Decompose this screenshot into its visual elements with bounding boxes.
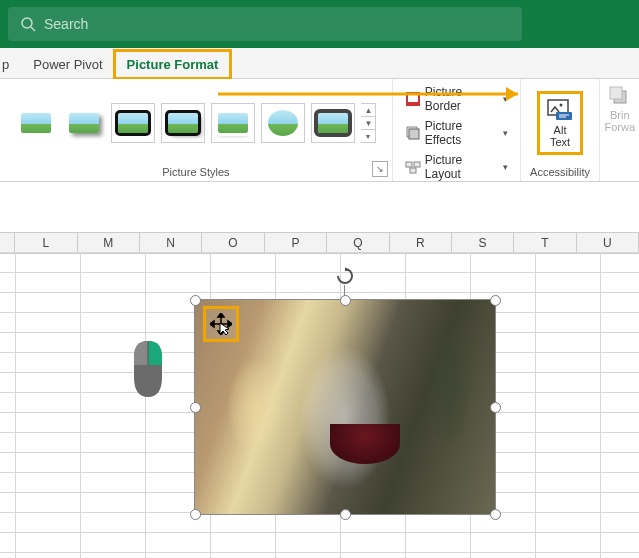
col-header-R[interactable]: R: [390, 233, 452, 253]
col-header-L[interactable]: L: [15, 233, 77, 253]
worksheet-area[interactable]: L M N O P Q R S T U: [0, 182, 639, 558]
bring-forward-label-1: Brin: [610, 109, 630, 121]
alt-text-icon: [546, 98, 574, 122]
picture-style-3[interactable]: [111, 103, 155, 143]
ribbon-tabs: p Power Pivot Picture Format: [0, 48, 639, 79]
svg-rect-5: [409, 129, 419, 139]
move-cursor-icon: [210, 313, 232, 335]
selection-handle-w[interactable]: [190, 402, 201, 413]
picture-border-button[interactable]: Picture Border▾: [401, 83, 512, 115]
col-header-Q[interactable]: Q: [327, 233, 389, 253]
tab-picture-format[interactable]: Picture Format: [115, 51, 231, 78]
bring-forward-icon: [608, 85, 632, 107]
col-header-N[interactable]: N: [140, 233, 202, 253]
col-header-O[interactable]: O: [202, 233, 264, 253]
col-header-M[interactable]: M: [78, 233, 140, 253]
chevron-down-icon: ▾: [503, 94, 508, 104]
styles-gallery-expand[interactable]: ▲▼▾: [361, 103, 376, 143]
col-header-T[interactable]: T: [514, 233, 576, 253]
tab-help-partial[interactable]: p: [0, 51, 21, 78]
picture-styles-label: Picture Styles: [162, 163, 229, 181]
svg-line-1: [31, 27, 35, 31]
title-bar: Search: [0, 0, 639, 48]
column-headers: L M N O P Q R S T U: [0, 232, 639, 254]
picture-effects-label: Picture Effects: [425, 119, 497, 147]
mouse-right-click-icon: [126, 337, 170, 401]
picture-effects-icon: [405, 125, 421, 141]
alt-text-label-1: Alt: [554, 124, 567, 136]
bring-forward-button[interactable]: BrinForwa: [600, 79, 639, 181]
tab-power-pivot[interactable]: Power Pivot: [21, 51, 114, 78]
selection-handle-nw[interactable]: [190, 295, 201, 306]
svg-marker-21: [218, 313, 224, 317]
picture-options-group: Picture Border▾ Picture Effects▾ Picture…: [393, 79, 521, 181]
svg-rect-11: [556, 112, 572, 120]
col-header-P[interactable]: P: [265, 233, 327, 253]
bring-forward-label-2: Forwa: [604, 121, 635, 133]
picture-style-2[interactable]: [63, 104, 105, 142]
picture-styles-dialog-launcher[interactable]: ↘: [372, 161, 388, 177]
move-cursor-highlight: [203, 306, 239, 342]
picture-border-icon: [405, 91, 421, 107]
svg-point-0: [22, 18, 32, 28]
picture-layout-icon: [405, 159, 421, 175]
svg-rect-15: [610, 87, 622, 99]
picture-style-7[interactable]: [311, 103, 355, 143]
col-header-U[interactable]: U: [577, 233, 639, 253]
picture-border-label: Picture Border: [425, 85, 497, 113]
chevron-down-icon: ▾: [503, 128, 508, 138]
selection-handle-e[interactable]: [490, 402, 501, 413]
inserted-picture[interactable]: [195, 300, 495, 514]
alt-text-label-2: Text: [550, 136, 570, 148]
selection-handle-n[interactable]: [340, 295, 351, 306]
svg-rect-6: [406, 162, 412, 167]
picture-style-6[interactable]: [261, 103, 305, 143]
accessibility-group: AltText Accessibility: [521, 79, 601, 181]
picture-layout-button[interactable]: Picture Layout▾: [401, 151, 512, 183]
alt-text-button[interactable]: AltText: [538, 92, 582, 154]
selection-handle-ne[interactable]: [490, 295, 501, 306]
ribbon: ▲▼▾ Picture Styles ↘ Picture Border▾ Pic…: [0, 79, 639, 182]
picture-style-1[interactable]: [15, 104, 57, 142]
selection-handle-sw[interactable]: [190, 509, 201, 520]
picture-style-4[interactable]: [161, 103, 205, 143]
search-box[interactable]: Search: [8, 7, 522, 41]
svg-marker-23: [210, 321, 214, 327]
picture-style-5[interactable]: [211, 103, 255, 143]
rotate-handle-icon[interactable]: [336, 267, 354, 285]
search-icon: [20, 16, 36, 32]
picture-styles-group: ▲▼▾ Picture Styles ↘: [0, 79, 393, 181]
col-header-S[interactable]: S: [452, 233, 514, 253]
picture-wine-detail: [330, 424, 400, 464]
svg-rect-7: [414, 162, 420, 167]
picture-effects-button[interactable]: Picture Effects▾: [401, 117, 512, 149]
svg-rect-8: [410, 168, 416, 173]
selection-handle-se[interactable]: [490, 509, 501, 520]
svg-rect-3: [407, 102, 419, 105]
chevron-down-icon: ▾: [503, 162, 508, 172]
svg-point-10: [560, 104, 563, 107]
svg-marker-24: [228, 321, 232, 327]
picture-layout-label: Picture Layout: [425, 153, 497, 181]
accessibility-label: Accessibility: [530, 163, 590, 181]
selection-handle-s[interactable]: [340, 509, 351, 520]
search-placeholder: Search: [44, 16, 88, 32]
col-header-gutter[interactable]: [0, 233, 15, 253]
